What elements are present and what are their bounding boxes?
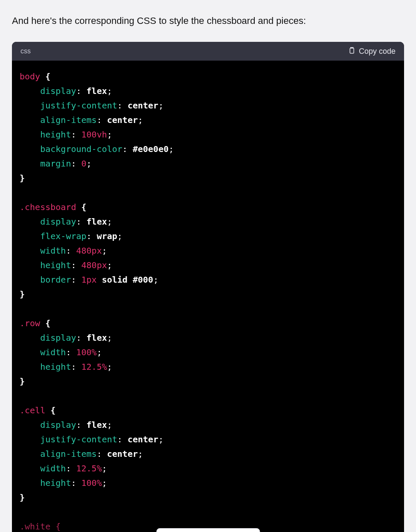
page-root: And here's the corresponding CSS to styl… <box>0 0 416 532</box>
code-block: css Copy code body { display: flex; just… <box>12 42 404 532</box>
copy-code-label: Copy code <box>359 47 396 56</box>
language-label: css <box>20 47 31 55</box>
svg-rect-0 <box>350 48 354 53</box>
clipboard-icon <box>348 46 355 57</box>
intro-text: And here's the corresponding CSS to styl… <box>12 15 404 26</box>
copy-code-button[interactable]: Copy code <box>348 46 396 57</box>
regenerate-response-button[interactable]: Regenerate response <box>156 528 260 532</box>
code-content[interactable]: body { display: flex; justify-content: c… <box>12 61 404 532</box>
code-block-header: css Copy code <box>12 42 404 61</box>
